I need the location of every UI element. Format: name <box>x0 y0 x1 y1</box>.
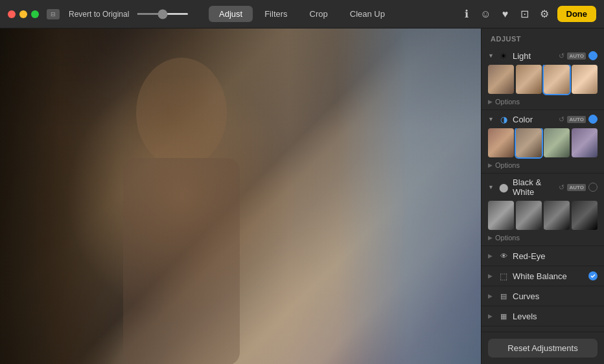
section-bw: ▼ ⬤ Black & White ↺ AUTO ▶ <box>482 174 604 246</box>
color-previews <box>482 128 604 161</box>
levels-icon: ▦ <box>498 311 509 321</box>
color-reset-icon[interactable]: ↺ <box>559 115 564 124</box>
photo-subject-svg <box>0 28 481 364</box>
levels-chevron-icon: ▶ <box>488 313 494 319</box>
bw-options-chevron-icon: ▶ <box>488 234 493 241</box>
row-levels[interactable]: ▶ ▦ Levels <box>482 306 604 326</box>
photo-area <box>0 28 481 364</box>
light-options-label: Options <box>495 98 520 106</box>
red-eye-icon: 👁 <box>498 251 509 261</box>
fullscreen-button[interactable] <box>31 10 39 18</box>
bw-options-label: Options <box>495 234 520 242</box>
row-curves[interactable]: ▶ ▤ Curves <box>482 286 604 306</box>
bw-icon: ⬤ <box>498 182 509 192</box>
bw-previews <box>482 201 604 234</box>
section-color-header[interactable]: ▼ ◑ Color ↺ AUTO <box>482 110 604 128</box>
window-controls: ⊟ <box>47 9 60 19</box>
zoom-control[interactable] <box>137 13 189 15</box>
levels-title: Levels <box>513 312 598 321</box>
light-actions: ↺ AUTO <box>559 51 598 60</box>
wb-icon: ⬚ <box>498 271 509 281</box>
color-chevron-icon: ▼ <box>488 116 494 122</box>
color-thumb-1[interactable] <box>488 128 514 157</box>
revert-button[interactable]: Revert to Original <box>69 10 129 19</box>
sidebar-toggle[interactable]: ⊟ <box>47 9 60 19</box>
wb-check-icon <box>590 273 596 279</box>
bw-thumb-3[interactable] <box>544 201 570 230</box>
color-palette-icon: ◑ <box>498 114 509 124</box>
color-title: Color <box>513 115 555 124</box>
light-options-chevron-icon: ▶ <box>488 98 493 105</box>
section-bw-header[interactable]: ▼ ⬤ Black & White ↺ AUTO <box>482 174 604 201</box>
bw-reset-icon[interactable]: ↺ <box>559 183 564 192</box>
zoom-slider-input[interactable] <box>137 13 189 15</box>
tab-cleanup[interactable]: Clean Up <box>340 6 395 22</box>
color-thumb-3[interactable] <box>544 128 570 157</box>
main-content: ADJUST ▼ ☀ Light ↺ AUTO <box>0 28 604 364</box>
section-light-header[interactable]: ▼ ☀ Light ↺ AUTO <box>482 47 604 65</box>
light-previews <box>482 65 604 98</box>
color-auto-badge[interactable]: AUTO <box>567 116 586 123</box>
color-thumb-4[interactable] <box>572 128 598 157</box>
light-thumb-1[interactable] <box>488 65 514 94</box>
svg-point-0 <box>136 58 227 168</box>
wb-active-badge <box>588 271 598 280</box>
heart-icon[interactable]: ♥ <box>499 8 512 21</box>
bw-auto-badge[interactable]: AUTO <box>567 184 586 191</box>
bw-toggle[interactable] <box>588 183 598 192</box>
panel-scroll[interactable]: ▼ ☀ Light ↺ AUTO ▶ Op <box>482 47 604 332</box>
settings-icon[interactable]: ⚙ <box>538 8 551 21</box>
row-definition[interactable]: ▶ △ Definition <box>482 326 604 332</box>
done-button[interactable]: Done <box>557 6 597 22</box>
traffic-lights <box>8 10 39 18</box>
emoji-icon[interactable]: ☺ <box>480 8 493 21</box>
titlebar: ⊟ Revert to Original Adjust Filters Crop… <box>0 0 604 28</box>
bw-actions: ↺ AUTO <box>559 183 598 192</box>
light-options-row[interactable]: ▶ Options <box>482 98 604 109</box>
bw-thumb-4[interactable] <box>572 201 598 230</box>
light-thumb-4[interactable] <box>572 65 598 94</box>
section-light: ▼ ☀ Light ↺ AUTO ▶ Op <box>482 47 604 110</box>
color-toggle[interactable] <box>588 115 598 124</box>
wb-title: White Balance <box>513 271 585 281</box>
share-icon[interactable]: ⊡ <box>518 8 531 21</box>
bw-thumb-1[interactable] <box>488 201 514 230</box>
wb-chevron-icon: ▶ <box>488 273 494 279</box>
light-toggle[interactable] <box>588 51 598 60</box>
color-options-row[interactable]: ▶ Options <box>482 161 604 173</box>
row-red-eye[interactable]: ▶ 👁 Red-Eye <box>482 246 604 266</box>
curves-chevron-icon: ▶ <box>488 293 494 299</box>
photo-canvas <box>0 28 481 364</box>
curves-icon: ▤ <box>498 291 509 301</box>
panel-header: ADJUST <box>482 28 604 47</box>
light-reset-icon[interactable]: ↺ <box>559 52 564 60</box>
light-thumb-3[interactable] <box>544 65 570 94</box>
color-thumb-2[interactable] <box>516 128 542 157</box>
bw-options-row[interactable]: ▶ Options <box>482 234 604 245</box>
bw-thumb-2[interactable] <box>516 201 542 230</box>
bw-title: Black & White <box>513 177 555 197</box>
light-chevron-icon: ▼ <box>488 52 494 59</box>
color-options-chevron-icon: ▶ <box>488 162 493 168</box>
color-options-label: Options <box>495 161 520 169</box>
curves-title: Curves <box>513 291 598 301</box>
light-title: Light <box>513 51 555 61</box>
info-icon[interactable]: ℹ <box>460 8 473 21</box>
light-sun-icon: ☀ <box>498 51 509 61</box>
red-eye-title: Red-Eye <box>513 251 598 261</box>
row-white-balance[interactable]: ▶ ⬚ White Balance <box>482 266 604 286</box>
red-eye-chevron-icon: ▶ <box>488 253 494 259</box>
color-actions: ↺ AUTO <box>559 115 598 124</box>
minimize-button[interactable] <box>19 10 27 18</box>
light-auto-badge[interactable]: AUTO <box>567 52 586 60</box>
right-panel: ADJUST ▼ ☀ Light ↺ AUTO <box>481 28 604 364</box>
light-thumb-2[interactable] <box>516 65 542 94</box>
tab-adjust[interactable]: Adjust <box>209 6 253 22</box>
bw-chevron-icon: ▼ <box>488 184 494 190</box>
svg-rect-1 <box>123 158 240 364</box>
titlebar-right: ℹ ☺ ♥ ⊡ ⚙ Done <box>460 6 597 22</box>
reset-adjustments-button[interactable]: Reset Adjustments <box>488 339 598 358</box>
tab-crop[interactable]: Crop <box>299 6 338 22</box>
close-button[interactable] <box>8 10 16 18</box>
tab-filters[interactable]: Filters <box>254 6 297 22</box>
